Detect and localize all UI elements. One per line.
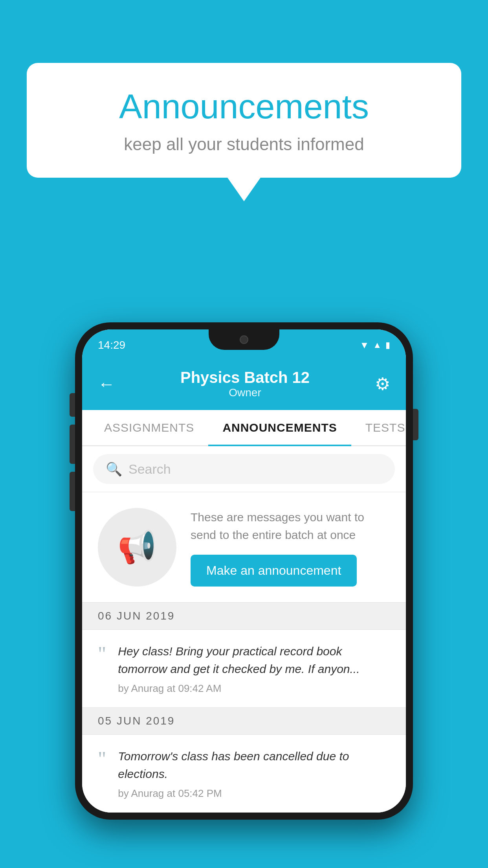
announcement-content-2: Tomorrow's class has been cancelled due … xyxy=(118,747,390,800)
batch-role: Owner xyxy=(180,386,310,399)
back-button[interactable]: ← xyxy=(98,374,115,394)
date-divider-1: 06 JUN 2019 xyxy=(82,603,406,630)
header-title-block: Physics Batch 12 Owner xyxy=(180,369,310,399)
tab-assignments[interactable]: ASSIGNMENTS xyxy=(90,410,208,445)
search-placeholder: Search xyxy=(128,462,171,477)
search-icon: 🔍 xyxy=(106,461,122,477)
speech-bubble-card: Announcements keep all your students inf… xyxy=(27,63,461,178)
signal-icon: ▲ xyxy=(373,340,382,350)
bubble-subtitle: keep all your students informed xyxy=(58,134,430,154)
bubble-title: Announcements xyxy=(58,86,430,127)
megaphone-circle: 📢 xyxy=(98,508,176,587)
settings-gear-icon[interactable]: ⚙ xyxy=(375,374,390,394)
quote-icon-1: " xyxy=(98,644,106,664)
announcement-meta-2: by Anurag at 05:42 PM xyxy=(118,787,390,800)
batch-title: Physics Batch 12 xyxy=(180,369,310,386)
phone-outer-shell: 14:29 ▼ ▲ ▮ ← Physics Batch 12 Owner ⚙ xyxy=(75,322,413,820)
date-divider-2: 05 JUN 2019 xyxy=(82,708,406,735)
app-header: ← Physics Batch 12 Owner ⚙ xyxy=(82,361,406,410)
volume-down-button xyxy=(70,425,75,464)
tab-announcements[interactable]: ANNOUNCEMENTS xyxy=(208,410,351,445)
announcement-text-2: Tomorrow's class has been cancelled due … xyxy=(118,747,390,783)
volume-up-button xyxy=(70,393,75,417)
megaphone-icon: 📢 xyxy=(117,529,157,566)
wifi-icon: ▼ xyxy=(360,340,369,351)
announcement-item-1[interactable]: " Hey class! Bring your practical record… xyxy=(82,630,406,708)
tab-tests[interactable]: TESTS xyxy=(351,410,406,445)
status-icons: ▼ ▲ ▮ xyxy=(360,340,390,351)
search-container: 🔍 Search xyxy=(82,446,406,492)
phone-screen: 14:29 ▼ ▲ ▮ ← Physics Batch 12 Owner ⚙ xyxy=(82,329,406,813)
promo-description: These are messages you want to send to t… xyxy=(191,508,390,544)
announcement-item-2[interactable]: " Tomorrow's class has been cancelled du… xyxy=(82,735,406,813)
bubble-pointer xyxy=(227,178,261,201)
make-announcement-button[interactable]: Make an announcement xyxy=(191,555,357,587)
announcement-meta-1: by Anurag at 09:42 AM xyxy=(118,682,390,695)
announcement-content-1: Hey class! Bring your practical record b… xyxy=(118,642,390,695)
search-bar[interactable]: 🔍 Search xyxy=(93,454,395,484)
status-time: 14:29 xyxy=(98,339,125,351)
silent-switch xyxy=(70,472,75,511)
speech-bubble-section: Announcements keep all your students inf… xyxy=(27,63,461,201)
notch xyxy=(209,329,279,350)
battery-icon: ▮ xyxy=(385,340,390,350)
phone-device: 14:29 ▼ ▲ ▮ ← Physics Batch 12 Owner ⚙ xyxy=(75,322,413,820)
announcement-text-1: Hey class! Bring your practical record b… xyxy=(118,642,390,678)
power-button xyxy=(413,409,418,440)
tabs-bar: ASSIGNMENTS ANNOUNCEMENTS TESTS xyxy=(82,410,406,446)
promo-content: These are messages you want to send to t… xyxy=(191,508,390,587)
promo-block: 📢 These are messages you want to send to… xyxy=(82,492,406,603)
quote-icon-2: " xyxy=(98,749,106,769)
status-bar: 14:29 ▼ ▲ ▮ xyxy=(82,329,406,361)
front-camera xyxy=(240,335,248,344)
